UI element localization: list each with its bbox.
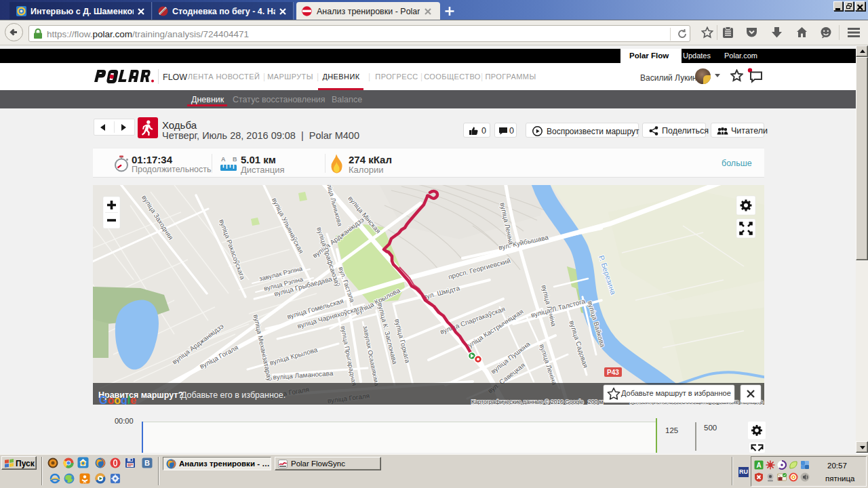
svg-text:Google: Google <box>99 394 136 405</box>
svg-text:Картографические данные © 2016: Картографические данные © 2016 Google <box>471 399 584 405</box>
svg-text:A: A <box>756 462 761 469</box>
svg-text:Добавьте его в избранное.: Добавьте его в избранное. <box>181 390 285 400</box>
svg-text:Добавьте маршрут в избранное: Добавьте маршрут в избранное <box>621 389 731 397</box>
svg-text:В: В <box>144 459 150 467</box>
svg-text:Р43: Р43 <box>607 369 619 376</box>
svg-text:200 м: 200 м <box>588 399 604 405</box>
